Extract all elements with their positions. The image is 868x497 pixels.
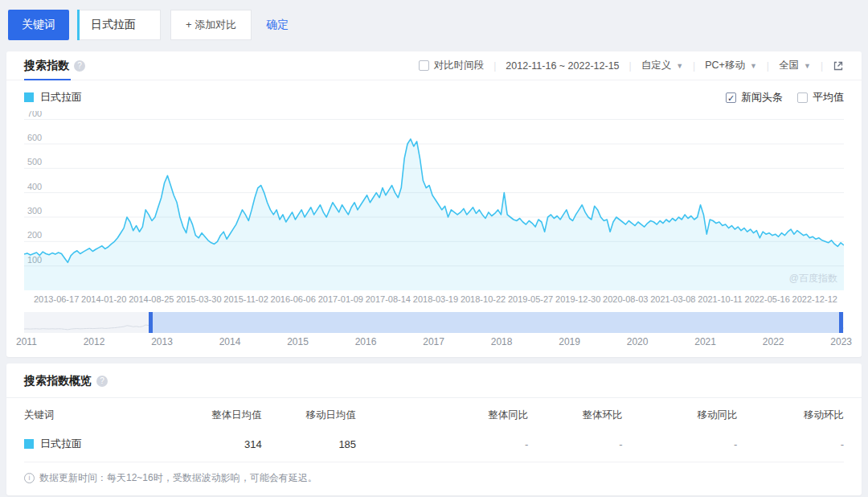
x-tick-label: 2022-05-16 (745, 294, 790, 304)
y-tick-label: 600 (27, 133, 42, 142)
slider-right-handle[interactable] (839, 312, 843, 333)
table-header-cell: 移动同比 (623, 398, 738, 426)
checkbox-checked-icon[interactable]: ✓ (726, 92, 736, 103)
device-dropdown[interactable]: PC+移动 ▼ (705, 59, 757, 72)
x-tick-label: 2014-08-25 (129, 294, 174, 304)
chevron-down-icon: ▼ (676, 62, 683, 70)
chevron-down-icon: ▼ (804, 62, 811, 70)
external-link-icon[interactable] (833, 60, 844, 72)
table-cell: - (528, 426, 622, 462)
year-label: 2022 (763, 336, 784, 347)
y-tick-label: 400 (27, 182, 42, 191)
overview-title: 搜索指数概览 (24, 374, 92, 388)
table-header-cell: 整体同比 (356, 398, 528, 426)
region-dropdown[interactable]: 全国 ▼ (779, 59, 811, 72)
region-label: 全国 (779, 59, 799, 72)
x-tick-label: 2013-06-17 (34, 294, 79, 304)
year-label: 2011 (16, 336, 37, 347)
average-toggle[interactable]: 平均值 (797, 90, 844, 105)
help-icon[interactable]: ? (96, 376, 108, 387)
x-tick-label: 2019-12-30 (555, 294, 600, 304)
table-cell: - (356, 426, 528, 462)
table-cell: 185 (262, 426, 356, 462)
slider-left-handle[interactable] (149, 312, 153, 333)
search-index-card: 搜索指数 ? 对比时间段 | 2012-11-16 ~ 2022-12-15 |… (6, 51, 862, 357)
overlay-toggles: ✓ 新闻头条 平均值 (726, 90, 844, 105)
x-tick-label: 2021-03-08 (650, 294, 695, 304)
table-header-cell: 整体日均值 (188, 398, 262, 426)
chart-controls: 对比时间段 | 2012-11-16 ~ 2022-12-15 | 自定义 ▼ … (419, 59, 844, 72)
overview-table: 关键词整体日均值移动日均值整体同比整体环比移动同比移动环比 日式拉面314185… (24, 398, 844, 462)
separator: | (493, 60, 496, 72)
active-tab-indicator (24, 79, 71, 80)
average-toggle-label: 平均值 (813, 90, 844, 105)
table-header-cell: 移动日均值 (262, 398, 356, 426)
keyword-cell-label[interactable]: 日式拉面 (40, 437, 82, 451)
timeline-slider[interactable] (24, 312, 844, 333)
y-tick-label: 200 (27, 230, 42, 240)
date-range-control[interactable]: 2012-11-16 ~ 2022-12-15 (506, 60, 619, 72)
confirm-button[interactable]: 确定 (266, 18, 289, 32)
news-toggle-label: 新闻头条 (741, 90, 783, 105)
y-tick-label: 500 (27, 157, 42, 166)
add-compare-button[interactable]: + 添加对比 (170, 10, 252, 40)
x-tick-label: 2017-08-14 (366, 294, 411, 304)
custom-range-dropdown[interactable]: 自定义 ▼ (641, 59, 683, 72)
legend-label: 日式拉面 (40, 90, 82, 105)
x-tick-label: 2015-11-02 (223, 294, 268, 304)
table-cell: 314 (188, 426, 262, 462)
legend-row: 日式拉面 ✓ 新闻头条 平均值 (6, 80, 862, 106)
chart-title: 搜索指数 (24, 59, 69, 73)
x-tick-label: 2020-08-03 (603, 294, 648, 304)
year-label: 2015 (287, 336, 309, 347)
x-tick-label: 2016-06-06 (271, 294, 316, 304)
table-cell-keyword: 日式拉面 (24, 426, 188, 462)
x-tick-label: 2019-05-27 (508, 294, 553, 304)
help-icon[interactable]: ? (74, 60, 85, 72)
table-header-cell: 整体环比 (528, 398, 622, 426)
chevron-down-icon: ▼ (750, 62, 757, 70)
keyword-tab-button[interactable]: 关键词 (8, 10, 69, 40)
table-header-row: 关键词整体日均值移动日均值整体同比整体环比移动同比移动环比 (24, 398, 844, 426)
year-label: 2017 (423, 336, 444, 347)
table-header-cell: 移动环比 (737, 398, 844, 426)
year-label: 2018 (491, 336, 513, 347)
y-tick-label: 300 (27, 206, 42, 216)
x-tick-label: 2022-12-12 (792, 294, 837, 304)
year-label: 2021 (694, 336, 716, 347)
index-overview-card: 搜索指数概览 ? 关键词整体日均值移动日均值整体同比整体环比移动同比移动环比 日… (6, 364, 862, 495)
slider-year-labels: 2011201220132014201520162017201820192020… (16, 336, 852, 357)
device-label: PC+移动 (705, 59, 745, 72)
checkbox-icon[interactable] (419, 60, 429, 71)
separator: | (767, 60, 769, 72)
keyword-input[interactable]: 日式拉面 (77, 10, 161, 40)
year-label: 2014 (219, 336, 241, 347)
x-axis-labels: 2013-06-172014-01-202014-08-252015-03-30… (34, 294, 837, 304)
x-tick-label: 2021-10-11 (698, 294, 742, 304)
top-toolbar: 关键词 日式拉面 + 添加对比 确定 (0, 0, 868, 51)
year-label: 2016 (355, 336, 377, 347)
year-label: 2020 (627, 336, 649, 347)
chart-header: 搜索指数 ? 对比时间段 | 2012-11-16 ~ 2022-12-15 |… (6, 51, 862, 80)
separator: | (693, 60, 695, 72)
x-tick-label: 2018-10-22 (461, 294, 506, 304)
table-header-cell: 关键词 (24, 398, 188, 426)
separator: | (629, 60, 632, 72)
legend-swatch (24, 92, 34, 102)
slider-selected-range[interactable] (150, 312, 841, 333)
x-tick-label: 2014-01-20 (81, 294, 126, 304)
info-icon: i (24, 473, 35, 483)
news-headlines-toggle[interactable]: ✓ 新闻头条 (726, 90, 783, 105)
trend-chart-plot: 100200300400500600700 @百度指数 (24, 111, 844, 290)
x-tick-label: 2017-01-09 (318, 294, 363, 304)
table-row: 日式拉面314185---- (24, 426, 844, 462)
watermark: @百度指数 (789, 272, 837, 285)
compare-period-checkbox[interactable]: 对比时间段 (419, 59, 485, 72)
separator: | (821, 60, 823, 72)
overview-header: 搜索指数概览 ? (6, 364, 862, 398)
trend-area-fill (24, 139, 844, 290)
custom-range-label: 自定义 (641, 59, 672, 72)
table-cell: - (623, 426, 738, 462)
checkbox-icon[interactable] (797, 92, 808, 103)
x-tick-label: 2015-03-30 (176, 294, 221, 304)
